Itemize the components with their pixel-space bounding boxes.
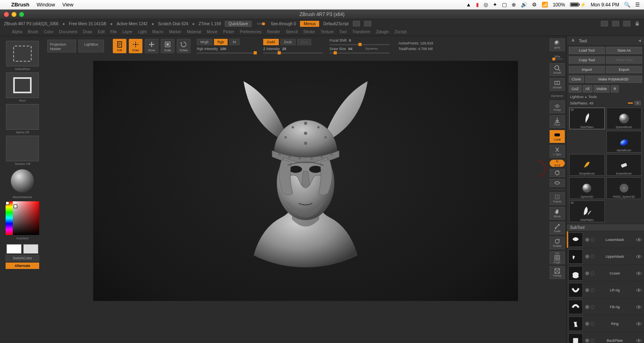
current-tool-name[interactable]: SidePlates. 49 [570, 101, 593, 105]
subtool-mesh-flag[interactable] [590, 288, 594, 292]
secondary-color-swatch[interactable] [23, 244, 38, 254]
local-button[interactable]: Local [550, 130, 565, 143]
menu-zplugin[interactable]: Zplugin [376, 30, 389, 34]
menu-preferences[interactable]: Preferences [240, 30, 262, 34]
rot-b-button[interactable] [550, 179, 565, 187]
make-polymesh3d-button[interactable]: Make PolyMesh3D [585, 76, 642, 83]
subtool-row-ring[interactable]: Ring [567, 315, 644, 332]
menu-material[interactable]: Material [187, 30, 202, 34]
tool-thumb-alphabrush[interactable]: AlphaBrush [606, 131, 642, 152]
import-button[interactable]: Import [569, 66, 605, 73]
zoom-window-button[interactable] [19, 12, 24, 17]
nav-rotate-button[interactable]: Rotate [550, 237, 565, 249]
stroke-rect[interactable] [6, 72, 39, 98]
subtool-mesh-flag[interactable] [590, 322, 594, 326]
switchcolor-button[interactable]: SwitchColor [6, 255, 39, 261]
subtool-paint-flag[interactable] [585, 288, 589, 292]
tool-thumb-eraserbrush[interactable]: EraserBrush [606, 154, 642, 176]
clone-button[interactable]: Clone [569, 76, 584, 83]
floor-button[interactable]: Floor [550, 115, 565, 128]
subtool-mesh-flag[interactable] [590, 305, 594, 309]
xyz-button[interactable]: ↻XYZ [550, 160, 565, 167]
spotlight-icon[interactable]: 🔍 [624, 2, 630, 8]
goz-all-button[interactable]: All [583, 85, 592, 92]
breadcrumb-tools[interactable]: Tools [588, 95, 597, 99]
mrgb-button[interactable]: Mrgb [197, 39, 212, 45]
frame-button[interactable]: Frame [550, 192, 565, 205]
ui-config-c-button[interactable] [623, 21, 630, 26]
displays-icon[interactable]: ▢ [502, 2, 507, 8]
zscript-label[interactable]: DefaultZScript [323, 22, 348, 26]
menu-picker[interactable]: Picker [223, 30, 234, 34]
menu-render[interactable]: Render [267, 30, 280, 34]
draw-size-value[interactable]: 64 [348, 47, 352, 51]
menu-brush[interactable]: Brush [28, 30, 38, 34]
minimize-window-button[interactable] [12, 12, 16, 17]
nav-move-button[interactable]: Move [550, 207, 565, 220]
menu-light[interactable]: Light [138, 30, 147, 34]
subtool-mesh-flag[interactable] [590, 271, 594, 275]
rgb-intensity-value[interactable]: 100 [220, 47, 226, 51]
wifi-icon[interactable]: 📶 [542, 2, 548, 8]
menu-movie[interactable]: Movie [207, 30, 218, 34]
bpr-button[interactable]: BPR [550, 38, 565, 51]
menu-macro[interactable]: Macro [152, 30, 164, 34]
eye-icon[interactable] [635, 321, 642, 326]
rotate-mode-button[interactable]: Rotate [177, 39, 190, 53]
status-red-icon[interactable]: ▮ [476, 2, 479, 8]
eye-icon[interactable] [635, 338, 642, 343]
tool-thumb-sideplates2[interactable]: 15SidePlates [569, 201, 605, 222]
menu-layer[interactable]: Layer [122, 30, 132, 34]
eye-icon[interactable] [635, 271, 642, 276]
window-menu[interactable]: Window [37, 2, 55, 8]
menu-file[interactable]: File [110, 30, 117, 34]
draw-size-slider[interactable] [330, 52, 390, 54]
lightbox-button[interactable]: LightBox [78, 40, 104, 52]
rot-a-button[interactable] [550, 169, 565, 177]
transp-button[interactable]: Transp [550, 266, 565, 279]
menu-stencil[interactable]: Stencil [286, 30, 298, 34]
ui-config-a-button[interactable] [601, 21, 608, 26]
alpha-slot[interactable] [6, 104, 39, 130]
menu-stroke[interactable]: Stroke [303, 30, 315, 34]
view-menu[interactable]: View [62, 2, 74, 8]
menu-draw[interactable]: Draw [83, 30, 92, 34]
aahalf-button[interactable]: AAHalf [550, 78, 565, 91]
quicksave-slider[interactable] [257, 23, 266, 25]
tool-r-button[interactable]: R [634, 101, 641, 105]
subtool-paint-flag[interactable] [585, 322, 589, 326]
subtool-paint-flag[interactable] [585, 271, 589, 275]
load-tool-button[interactable]: Load Tool [569, 47, 605, 54]
canvas-viewport[interactable] [93, 61, 518, 301]
goz-button[interactable]: GoZ [569, 85, 582, 92]
tool-thumb-spherebrush[interactable]: SphereBrush [606, 108, 642, 129]
tool-thumb-pm3d[interactable]: PM3D_Sphere3D [606, 177, 642, 199]
eye-icon[interactable] [635, 254, 642, 259]
bluetooth-icon[interactable]: ⚙ [532, 2, 537, 8]
subtool-row-crown[interactable]: Crown [567, 265, 644, 282]
main-color-swatch[interactable] [6, 244, 22, 254]
tool-thumb-sphere3d[interactable]: Sphere3D [569, 177, 605, 199]
gradient-label[interactable]: Gradient [16, 237, 29, 240]
subtool-paint-flag[interactable] [585, 255, 589, 259]
menu-alpha[interactable]: Alpha [12, 30, 22, 34]
subtool-row-fbrig[interactable]: FB-rig [567, 299, 644, 315]
subtool-paint-flag[interactable] [585, 305, 589, 309]
z-intensity-slider[interactable] [263, 52, 323, 54]
dynamic-label[interactable]: Dynamic [365, 47, 378, 51]
subtool-row-backplate[interactable]: BackPlate [567, 332, 644, 343]
volume-icon[interactable]: 🔊 [521, 2, 527, 8]
eye-icon[interactable] [635, 237, 642, 242]
tool-thumb-sideplates[interactable]: 15SidePlates [569, 108, 605, 129]
persp-button[interactable]: Persp [550, 100, 565, 113]
layout-next-button[interactable] [364, 21, 371, 26]
polyf-button[interactable]: InePolyF [550, 251, 565, 264]
rgb-button[interactable]: Rgb [214, 39, 228, 45]
seethrough-label[interactable]: See-through 0 [271, 22, 296, 26]
subtool-header[interactable]: SubTool [567, 224, 644, 231]
spix-slider[interactable]: SPix [550, 53, 565, 61]
move-mode-button[interactable]: Move [145, 39, 158, 53]
texture-slot[interactable] [6, 136, 39, 161]
goz-r-button[interactable]: R [611, 85, 619, 92]
gdrive-icon[interactable]: ▲ [466, 2, 471, 8]
